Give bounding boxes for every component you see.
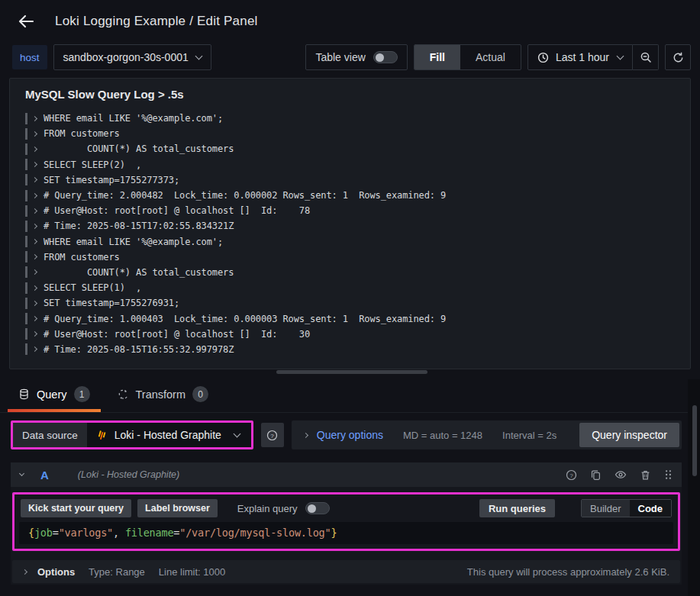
tab-transform[interactable]: Transform 0	[118, 382, 209, 412]
query-token-operator: ,	[113, 527, 125, 539]
expand-log-line-icon[interactable]	[33, 270, 44, 274]
log-level-bar	[25, 113, 27, 124]
log-line[interactable]: # User@Host: root[root] @ localhost [] I…	[25, 327, 684, 342]
toggle-query-visibility-button[interactable]	[615, 469, 627, 481]
log-line[interactable]: COUNT(*) AS total_customers	[25, 141, 684, 156]
log-level-bar	[25, 221, 27, 232]
options-toggle[interactable]: Options	[23, 566, 75, 578]
page-header: Loki Logging Example / Edit Panel	[0, 0, 700, 43]
log-lines-list: WHERE email LIKE '%@example.com';FROM cu…	[16, 111, 684, 357]
log-line[interactable]: COUNT(*) AS total_customers	[25, 265, 684, 280]
log-level-bar	[25, 128, 27, 140]
collapse-query-row-button[interactable]	[20, 474, 24, 475]
query-options-label: Query options	[317, 429, 383, 441]
table-view-toggle[interactable]	[373, 51, 398, 63]
svg-text:?: ?	[271, 432, 275, 439]
log-line[interactable]: WHERE email LIKE '%@example.com';	[25, 234, 684, 250]
back-button[interactable]	[17, 14, 35, 29]
log-level-bar	[25, 159, 27, 170]
datasource-highlight-box: Data source Loki - Hosted Graphite	[11, 420, 253, 449]
time-range-picker[interactable]: Last 1 hour	[527, 44, 633, 70]
svg-text:?: ?	[569, 472, 573, 478]
page-title: Loki Logging Example / Edit Panel	[55, 14, 258, 29]
log-line[interactable]: SET timestamp=1755276931;	[25, 295, 684, 311]
datasource-help-button[interactable]: ?	[261, 423, 284, 447]
query-help-button[interactable]: ?	[566, 469, 577, 481]
fill-button[interactable]: Fill	[415, 45, 460, 69]
expand-log-line-icon[interactable]	[33, 209, 44, 213]
builder-code-segment: Builder Code	[581, 499, 672, 517]
host-variable-select[interactable]: sandbox-gorgon-30s-0001	[53, 44, 211, 70]
drag-dots-icon	[664, 469, 673, 480]
transform-icon	[118, 388, 129, 400]
horizontal-scrollbar[interactable]	[276, 370, 427, 374]
log-line-text: SELECT SLEEP(1) ,	[44, 282, 141, 293]
query-code-editor[interactable]: {job="varlogs", filename="/var/log/mysql…	[19, 522, 673, 544]
expand-log-line-icon[interactable]	[33, 147, 44, 151]
grafana-edit-panel: Loki Logging Example / Edit Panel host s…	[0, 0, 700, 596]
log-line-text: # Time: 2025-08-15T17:02:55.834321Z	[44, 221, 234, 231]
log-line[interactable]: # Query_time: 1.000403 Lock_time: 0.0000…	[25, 311, 684, 326]
log-line-text: COUNT(*) AS total_customers	[44, 267, 234, 278]
log-line[interactable]: SET timestamp=1755277373;	[25, 172, 684, 188]
actual-button[interactable]: Actual	[460, 45, 521, 69]
tab-query-label: Query	[37, 388, 67, 401]
query-ref-id[interactable]: A	[40, 469, 49, 482]
expand-log-line-icon[interactable]	[33, 347, 44, 351]
expand-log-line-icon[interactable]	[33, 255, 44, 259]
explain-query-label: Explain query	[237, 503, 298, 514]
log-line[interactable]: WHERE email LIKE '%@example.com';	[25, 111, 684, 126]
log-line[interactable]: SELECT SLEEP(1) ,	[25, 280, 684, 295]
query-options-row: Options Type: Range Line limit: 1000 Thi…	[12, 560, 680, 583]
label-browser-button[interactable]: Label browser	[137, 499, 218, 517]
zoom-out-button[interactable]	[633, 44, 659, 70]
log-level-bar	[25, 266, 27, 278]
datasource-picker[interactable]: Loki - Hosted Graphite	[87, 423, 251, 447]
query-row-actions: ?	[566, 469, 673, 481]
expand-log-line-icon[interactable]	[33, 332, 44, 336]
expand-log-line-icon[interactable]	[33, 301, 44, 305]
log-line[interactable]: # User@Host: root[root] @ localhost [] I…	[25, 203, 684, 218]
query-editor-highlight-box: Kick start your query Label browser Expl…	[12, 492, 680, 551]
delete-query-button[interactable]	[640, 469, 651, 481]
log-level-bar	[25, 174, 27, 185]
expand-log-line-icon[interactable]	[33, 317, 44, 321]
fill-actual-segment: Fill Actual	[414, 44, 521, 70]
vertical-scrollbar[interactable]	[692, 405, 697, 476]
query-options-toggle[interactable]: Query options	[304, 429, 383, 441]
query-editor-section: A (Loki - Hosted Graphite) ?	[11, 462, 682, 585]
drag-handle[interactable]	[664, 469, 673, 480]
expand-log-line-icon[interactable]	[33, 163, 44, 166]
log-level-bar	[25, 143, 27, 155]
kick-start-query-button[interactable]: Kick start your query	[21, 499, 131, 517]
refresh-button[interactable]	[665, 44, 691, 70]
datasource-row: Data source Loki - Hosted Graphite ? Que…	[11, 420, 682, 449]
log-line[interactable]: # Time: 2025-08-15T17:02:55.834321Z	[25, 218, 684, 234]
duplicate-query-button[interactable]	[590, 469, 602, 481]
explain-query-toggle[interactable]	[305, 502, 330, 514]
expand-log-line-icon[interactable]	[33, 240, 44, 243]
log-line-text: FROM customers	[44, 128, 120, 139]
log-line-text: FROM customers	[44, 252, 120, 263]
log-line[interactable]: FROM customers	[25, 126, 684, 141]
log-line[interactable]: FROM customers	[25, 250, 684, 265]
expand-log-line-icon[interactable]	[33, 132, 44, 136]
expand-log-line-icon[interactable]	[33, 194, 44, 198]
expand-log-line-icon[interactable]	[33, 117, 44, 121]
expand-log-line-icon[interactable]	[33, 286, 44, 290]
tab-transform-label: Transform	[136, 388, 186, 401]
builder-mode-button[interactable]: Builder	[582, 500, 629, 517]
chevron-down-icon	[195, 53, 202, 60]
code-mode-button[interactable]: Code	[630, 500, 672, 517]
expand-log-line-icon[interactable]	[33, 224, 44, 228]
log-line[interactable]: SELECT SLEEP(2) ,	[25, 157, 684, 172]
query-datasource-hint: (Loki - Hosted Graphite)	[78, 469, 179, 480]
expand-log-line-icon[interactable]	[33, 178, 44, 182]
query-inspector-button[interactable]: Query inspector	[579, 423, 679, 447]
query-token-operator: =	[53, 527, 59, 539]
log-line[interactable]: # Query_time: 2.000482 Lock_time: 0.0000…	[25, 188, 684, 203]
database-icon	[18, 388, 30, 400]
tab-query[interactable]: Query 1	[18, 382, 90, 412]
run-queries-button[interactable]: Run queries	[479, 499, 555, 517]
log-line[interactable]: # Time: 2025-08-15T16:55:32.997978Z	[25, 342, 684, 357]
